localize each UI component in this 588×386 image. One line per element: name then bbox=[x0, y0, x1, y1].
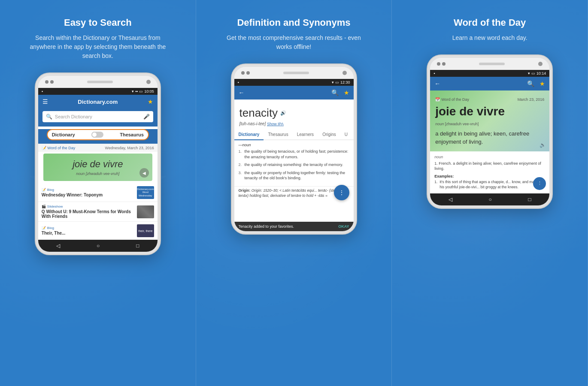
panel-word-of-day: Word of the Day Learn a new word each da… bbox=[392, 0, 588, 386]
toast-ok-button[interactable]: OKAY bbox=[338, 224, 349, 229]
tab-more[interactable]: U bbox=[340, 130, 352, 139]
time-display-3: 10:14 bbox=[536, 71, 546, 75]
battery-icon-2: ▭ bbox=[335, 80, 339, 84]
phone-camera-3 bbox=[538, 62, 543, 66]
phone-dots-1 bbox=[45, 80, 54, 84]
star-icon-header-3[interactable]: ★ bbox=[540, 80, 545, 87]
search-icon-header[interactable]: 🔍 bbox=[331, 89, 339, 96]
tab-dictionary[interactable]: Dictionary bbox=[234, 130, 264, 140]
nav-recent-btn[interactable]: □ bbox=[136, 243, 139, 249]
toggle-row[interactable]: Dictionary Thesaurus bbox=[47, 129, 149, 140]
app1-header-title: Dictionary.com bbox=[78, 99, 118, 105]
toggle-switch[interactable] bbox=[91, 132, 103, 138]
battery-icon-3: ▭ bbox=[531, 71, 535, 75]
wotd-date: Wednesday, March 23, 2016 bbox=[105, 146, 154, 150]
nav-recent-btn-3[interactable]: □ bbox=[528, 196, 531, 202]
wotd-image-card: 📅 Word of the Day March 23, 2016 joie de… bbox=[430, 90, 549, 151]
battery-icon: ▭ bbox=[139, 89, 143, 93]
phone-dot bbox=[45, 80, 48, 84]
wotd-icon: 📝 Word of the Day bbox=[42, 146, 75, 150]
status-icons-1: ▾ ▪▪ ▭ 10:05 bbox=[132, 89, 154, 93]
phone-speaker-2 bbox=[283, 72, 309, 74]
wotd-date-3: March 23, 2016 bbox=[518, 97, 545, 102]
fab-share-button[interactable]: ⋮ bbox=[334, 185, 349, 200]
phone-dots-2 bbox=[241, 71, 250, 75]
app3-header: ← 🔍 ★ bbox=[430, 77, 549, 90]
blog-item-1: 📝 Blog Wednesday Winner: Toponym Diction… bbox=[38, 184, 158, 202]
slideshow-label: 🎬 Slideshow bbox=[42, 205, 137, 208]
back-icon-3[interactable]: ← bbox=[434, 80, 440, 87]
search-placeholder: Search Dictionary bbox=[55, 114, 92, 119]
nav-bar-3: ◁ ○ □ bbox=[430, 193, 549, 205]
blog-thumb-1: Dictionary.comWord Wednesday bbox=[137, 186, 154, 199]
wotd-def-big: a delight in being alive; keen, carefree… bbox=[435, 130, 544, 146]
phone-mockup-1: ▪ ▾ ▪▪ ▭ 10:05 ☰ Dictionary.com ★ 🔍 Sear… bbox=[36, 73, 160, 254]
wotd-pron-1: noun [zhwaduh vee-vruh] bbox=[48, 172, 148, 176]
slideshow-thumb bbox=[137, 205, 154, 218]
status-icon-3: ▪ bbox=[433, 71, 435, 75]
bookmark-icon[interactable]: ★ bbox=[148, 98, 153, 105]
slideshow-title: Q Without U: 9 Must-Know Terms for Words… bbox=[42, 209, 137, 219]
wotd-card-1: joie de vivre noun [zhwaduh vee-vruh] ◀ bbox=[43, 154, 152, 181]
phone-top-bar-2 bbox=[234, 67, 354, 79]
nav-home-btn-3[interactable]: ○ bbox=[488, 196, 491, 202]
wifi-icon-2: ▾ bbox=[332, 80, 334, 84]
toggle-dict-label: Dictionary bbox=[52, 132, 75, 137]
hamburger-icon[interactable]: ☰ bbox=[42, 98, 48, 105]
panel-easy-to-search: Easy to Search Search within the Diction… bbox=[0, 0, 196, 386]
phone-top-bar-3 bbox=[430, 58, 549, 70]
mic-icon[interactable]: 🎤 bbox=[143, 114, 150, 120]
blog-item-2: 🎬 Slideshow Q Without U: 9 Must-Know Ter… bbox=[38, 202, 158, 222]
phone-screen-2: ▪ ▾ ▭ 12:30 ← 🔍 ★ tenacity 🔊 bbox=[234, 79, 354, 231]
wotd-bar: 📝 Word of the Day Wednesday, March 23, 2… bbox=[38, 144, 158, 152]
fab-share-button-3[interactable]: ⋮ bbox=[533, 177, 546, 190]
status-icons-2: ▾ ▭ 12:30 bbox=[332, 80, 350, 84]
phone-screen-3: ▪ ▾ ▭ 10:14 ← 🔍 ★ 📅 Word of the Day Marc… bbox=[430, 70, 549, 205]
blog-label-1: 📝 Blog bbox=[42, 188, 103, 192]
pos-label: —noun bbox=[239, 143, 349, 147]
sound-btn-3[interactable]: 🔈 bbox=[540, 142, 546, 148]
app2-defs: —noun 1. the quality of being tenacious,… bbox=[234, 140, 354, 186]
nav-home-btn[interactable]: ○ bbox=[97, 243, 100, 249]
sound-icon-2[interactable]: 🔊 bbox=[280, 110, 286, 116]
status-icon-2: ▪ bbox=[238, 80, 239, 84]
app2-header: ← 🔍 ★ bbox=[234, 86, 354, 100]
time-display-2: 12:30 bbox=[340, 80, 350, 84]
wifi-icon: ▾ bbox=[132, 89, 134, 93]
phone-top-bar-1 bbox=[38, 76, 158, 88]
star-icon-header[interactable]: ★ bbox=[344, 89, 349, 96]
panel2-subtitle: Get the most comprehensive search result… bbox=[225, 33, 363, 51]
toggle-knob bbox=[91, 132, 97, 138]
app2-pron: [tuh-nas-i-tee] Show IPA bbox=[239, 121, 349, 126]
search-box-1[interactable]: 🔍 Search Dictionary 🎤 bbox=[42, 111, 153, 122]
nav-bar-1: ◁ ○ □ bbox=[38, 240, 158, 252]
app3-example-1: It's this sort of thing that ages a chap… bbox=[434, 180, 545, 190]
def-item-2: 2. the quality of retaining something: t… bbox=[239, 162, 349, 168]
search-icon-header-3[interactable]: 🔍 bbox=[527, 80, 534, 87]
show-ipa-link[interactable]: Show IPA bbox=[267, 122, 284, 126]
phone-screen-1: ▪ ▾ ▪▪ ▭ 10:05 ☰ Dictionary.com ★ 🔍 Sear… bbox=[38, 88, 158, 252]
panel1-title: Easy to Search bbox=[64, 17, 132, 28]
sound-button-1[interactable]: ◀ bbox=[139, 168, 149, 178]
wotd-word-1: joie de vivre bbox=[48, 159, 148, 170]
nav-back-btn[interactable]: ◁ bbox=[56, 243, 60, 249]
phone-mockup-2: ▪ ▾ ▭ 12:30 ← 🔍 ★ tenacity 🔊 bbox=[232, 64, 356, 234]
phone-dot bbox=[437, 62, 440, 66]
time-display: 10:05 bbox=[144, 89, 154, 93]
nav-back-btn-3[interactable]: ◁ bbox=[449, 196, 452, 202]
phone-speaker-1 bbox=[87, 81, 113, 83]
toast-message: Tenacity added to your favorites. bbox=[239, 224, 294, 229]
tab-origins[interactable]: Origins bbox=[318, 130, 340, 139]
app2-word-area: tenacity 🔊 [tuh-nas-i-tee] Show IPA bbox=[234, 100, 354, 130]
tab-thesaurus[interactable]: Thesaurus bbox=[264, 130, 292, 139]
app3-def: 1. French. a delight in being alive; kee… bbox=[434, 161, 545, 172]
status-bar-2: ▪ ▾ ▭ 12:30 bbox=[234, 79, 354, 86]
tab-learners[interactable]: Learners bbox=[293, 130, 318, 139]
blog-item-3: 📝 Blog Their, The... their, there bbox=[38, 222, 158, 240]
blog-title-1: Wednesday Winner: Toponym bbox=[42, 193, 103, 197]
wotd-label-3: 📅 Word of the Day bbox=[435, 97, 469, 102]
back-icon[interactable]: ← bbox=[239, 89, 245, 96]
phone-dots-3 bbox=[437, 62, 446, 66]
app2-word: tenacity bbox=[239, 106, 278, 120]
def-item-3: 3. the quality or property of holding to… bbox=[239, 170, 349, 181]
